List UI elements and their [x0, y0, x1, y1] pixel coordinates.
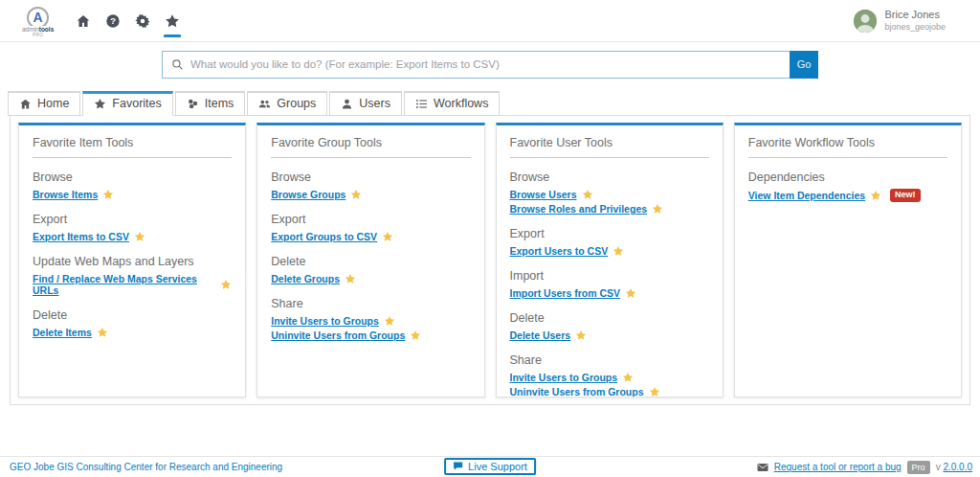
settings-icon[interactable] [135, 13, 150, 29]
tab-users[interactable]: Users [329, 91, 402, 116]
tool-link-row: Delete Items [33, 327, 232, 338]
tab-label: Groups [277, 97, 316, 110]
section-heading: Export [510, 227, 709, 240]
section-heading: Delete [510, 311, 709, 325]
tool-link-row: Export Groups to CSV [271, 231, 470, 242]
card-title: Favorite User Tools [510, 136, 709, 158]
favorite-star-icon[interactable] [649, 386, 660, 398]
tool-link[interactable]: Export Items to CSV [33, 231, 129, 242]
favorite-star-icon[interactable] [350, 189, 362, 200]
favorite-star-icon[interactable] [652, 203, 663, 215]
tool-link[interactable]: Uninvite Users from Groups [510, 386, 644, 398]
app-header: A admintools PRO ? Brice Jones bjones_ge… [0, 0, 980, 42]
tab-home[interactable]: Home [8, 91, 80, 116]
tool-link[interactable]: Browse Items [33, 189, 98, 200]
favorite-star-icon[interactable] [384, 315, 395, 327]
favorites-panel: Favorite Item ToolsBrowseBrowse ItemsExp… [10, 115, 970, 405]
tool-link[interactable]: Delete Users [510, 329, 571, 341]
tool-link[interactable]: Browse Users [510, 189, 577, 200]
tool-link-row: Browse Items [33, 189, 232, 200]
favorite-star-icon[interactable] [612, 245, 624, 257]
favorites-star-icon[interactable] [165, 13, 180, 29]
envelope-icon [757, 463, 768, 472]
tool-link[interactable]: Delete Groups [271, 273, 340, 284]
help-icon[interactable]: ? [105, 13, 121, 29]
items-icon [187, 98, 199, 110]
star-icon [94, 98, 106, 110]
tab-items[interactable]: Items [175, 91, 246, 116]
card-title: Favorite Item Tools [33, 136, 232, 158]
live-support-button[interactable]: Live Support [444, 458, 536, 475]
section-heading: Share [510, 353, 709, 367]
tool-link-row: Browse Users [510, 189, 709, 200]
tool-link[interactable]: Export Users to CSV [510, 245, 609, 257]
tool-link-row: Invite Users to Groups [510, 372, 709, 383]
favorites-card: Favorite Item ToolsBrowseBrowse ItemsExp… [18, 123, 246, 398]
tab-groups[interactable]: Groups [247, 91, 327, 116]
tab-bar: HomeFavoritesItemsGroupsUsersWorkflows [8, 91, 970, 115]
tab-label: Workflows [434, 97, 488, 110]
favorite-star-icon[interactable] [625, 287, 636, 299]
tool-link-row: Delete Users [510, 329, 709, 341]
home-icon [19, 98, 32, 110]
favorite-star-icon[interactable] [220, 279, 232, 290]
version-label: v 2.0.0.0 [936, 462, 972, 472]
tool-link-row: Invite Users to Groups [271, 315, 470, 327]
tool-link-row: Browse Roles and Privileges [510, 203, 709, 215]
admintools-logo[interactable]: A admintools PRO [21, 7, 55, 37]
tool-link-row: View Item DependenciesNew! [748, 189, 947, 202]
favorite-star-icon[interactable] [575, 329, 587, 341]
request-tool-link[interactable]: Request a tool or report a bug [774, 462, 902, 472]
header-nav-icons: ? [76, 13, 180, 29]
tab-favorites[interactable]: Favorites [82, 91, 172, 116]
section-heading: Export [33, 213, 232, 226]
user-name: Brice Jones [884, 9, 946, 22]
avatar [854, 10, 877, 33]
tab-workflows[interactable]: Workflows [404, 91, 500, 116]
favorite-star-icon[interactable] [382, 231, 393, 242]
section-heading: Browse [271, 170, 470, 184]
svg-text:?: ? [110, 16, 116, 26]
tool-link[interactable]: Invite Users to Groups [271, 315, 379, 327]
search-section: Go [0, 42, 980, 86]
section-heading: Update Web Maps and Layers [33, 255, 232, 268]
card-title: Favorite Workflow Tools [748, 136, 947, 158]
geojobe-link[interactable]: GEO Jobe GIS Consulting Center for Resea… [10, 462, 282, 472]
favorite-star-icon[interactable] [410, 329, 421, 341]
user-username: bjones_geojobe [884, 22, 946, 33]
tool-link[interactable]: Uninvite Users from Groups [271, 329, 405, 341]
favorites-card: Favorite Workflow ToolsDependenciesView … [734, 123, 962, 398]
search-box [162, 51, 790, 79]
tool-link[interactable]: Invite Users to Groups [510, 372, 618, 383]
favorite-star-icon[interactable] [102, 189, 114, 200]
favorite-star-icon[interactable] [870, 190, 881, 201]
favorite-star-icon[interactable] [134, 231, 145, 242]
favorite-star-icon[interactable] [97, 327, 108, 338]
favorite-star-icon[interactable] [582, 189, 593, 200]
user-menu[interactable]: Brice Jones bjones_geojobe [854, 9, 946, 33]
tool-link[interactable]: Delete Items [33, 327, 92, 338]
tool-link[interactable]: Import Users from CSV [510, 287, 621, 299]
new-badge: New! [890, 189, 921, 202]
tab-label: Users [359, 97, 390, 110]
tool-link[interactable]: Find / Replace Web Maps Services URLs [33, 273, 215, 296]
tool-link-row: Find / Replace Web Maps Services URLs [33, 273, 232, 296]
tool-link[interactable]: Browse Groups [271, 189, 345, 200]
section-heading: Delete [33, 308, 232, 322]
go-button[interactable]: Go [790, 51, 818, 79]
section-heading: Dependencies [748, 170, 947, 184]
tab-label: Items [205, 97, 234, 110]
favorite-star-icon[interactable] [622, 372, 634, 383]
tool-link[interactable]: View Item Dependencies [748, 190, 865, 201]
logo-wordmark: admintools [21, 26, 55, 33]
footer: GEO Jobe GIS Consulting Center for Resea… [0, 456, 980, 477]
tool-link[interactable]: Browse Roles and Privileges [510, 203, 648, 215]
chat-icon [453, 461, 463, 471]
search-input[interactable] [190, 58, 781, 70]
favorite-star-icon[interactable] [345, 273, 356, 284]
groups-icon [258, 98, 271, 110]
favorites-card: Favorite User ToolsBrowseBrowse UsersBro… [496, 123, 724, 398]
home-icon[interactable] [76, 13, 91, 29]
version-link[interactable]: 2.0.0.0 [943, 462, 972, 472]
tool-link[interactable]: Export Groups to CSV [271, 231, 377, 242]
